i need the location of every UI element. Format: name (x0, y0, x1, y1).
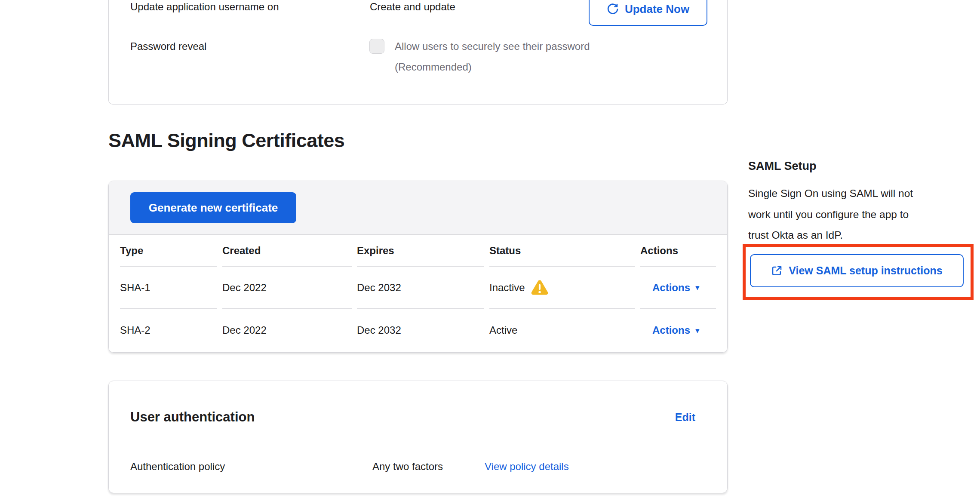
certificates-panel-header: Generate new certificate (109, 181, 727, 235)
actions-dropdown[interactable]: Actions ▾ (640, 282, 700, 294)
checkbox-text-line-2: (Recommended) (395, 57, 590, 77)
chevron-down-icon: ▾ (695, 326, 700, 335)
provisioning-card: Update application username on Create an… (108, 0, 728, 105)
saml-setup-description: Single Sign On using SAML will not work … (748, 183, 963, 246)
checkbox-text-line-1: Allow users to securely see their passwo… (395, 36, 590, 57)
cert-status: Active (489, 324, 517, 336)
column-header-actions: Actions (640, 235, 716, 267)
user-authentication-title: User authentication (130, 409, 255, 426)
authentication-policy-label: Authentication policy (130, 461, 225, 473)
column-header-status: Status (489, 235, 635, 267)
update-now-label: Update Now (625, 3, 689, 16)
cert-status-cell: Inactive (489, 267, 635, 309)
column-header-expires: Expires (357, 235, 484, 267)
cert-type: SHA-1 (120, 267, 217, 309)
actions-label: Actions (652, 282, 690, 294)
password-reveal-label: Password reveal (130, 40, 206, 52)
saml-setup-description-line-1: Single Sign On using SAML will not (748, 183, 963, 204)
cert-created: Dec 2022 (222, 309, 352, 352)
generate-certificate-button[interactable]: Generate new certificate (130, 192, 296, 223)
actions-label: Actions (652, 324, 690, 336)
warning-icon (531, 280, 548, 295)
cert-expires: Dec 2032 (357, 267, 484, 309)
password-reveal-description: Allow users to securely see their passwo… (395, 36, 590, 77)
saml-instructions-label: View SAML setup instructions (789, 264, 942, 277)
table-row: SHA-2 Dec 2022 Dec 2032 Active Actions ▾ (109, 309, 727, 352)
edit-link[interactable]: Edit (675, 411, 695, 424)
saml-setup-title: SAML Setup (748, 160, 817, 173)
saml-setup-description-line-2: work until you configure the app to (748, 204, 963, 225)
actions-dropdown[interactable]: Actions ▾ (640, 324, 700, 336)
username-update-value: Create and update (370, 1, 455, 13)
column-header-type: Type (120, 235, 217, 267)
cert-type: SHA-2 (120, 309, 217, 352)
user-authentication-card: User authentication Edit Authentication … (108, 381, 728, 493)
page: Update application username on Create an… (0, 0, 980, 498)
saml-setup-description-line-3: trust Okta as an IdP. (748, 225, 963, 246)
cert-created: Dec 2022 (222, 267, 352, 309)
chevron-down-icon: ▾ (695, 283, 700, 292)
password-reveal-checkbox[interactable] (369, 39, 384, 54)
table-row: SHA-1 Dec 2022 Dec 2032 Inactive Actions… (109, 267, 727, 309)
update-now-button[interactable]: Update Now (589, 0, 707, 26)
username-update-label: Update application username on (130, 1, 279, 13)
column-header-created: Created (222, 235, 352, 267)
cert-status: Inactive (489, 282, 525, 294)
cert-expires: Dec 2032 (357, 309, 484, 352)
cert-status-cell: Active (489, 309, 635, 352)
authentication-policy-value: Any two factors (372, 461, 443, 473)
external-link-icon (771, 265, 783, 277)
certificates-panel: Generate new certificate Type Created Ex… (108, 181, 728, 353)
view-saml-setup-instructions-button[interactable]: View SAML setup instructions (750, 254, 964, 287)
view-policy-details-link[interactable]: View policy details (485, 461, 569, 473)
refresh-icon (607, 3, 619, 15)
certificates-table-header: Type Created Expires Status Actions (109, 235, 727, 267)
page-title: SAML Signing Certificates (108, 129, 344, 152)
